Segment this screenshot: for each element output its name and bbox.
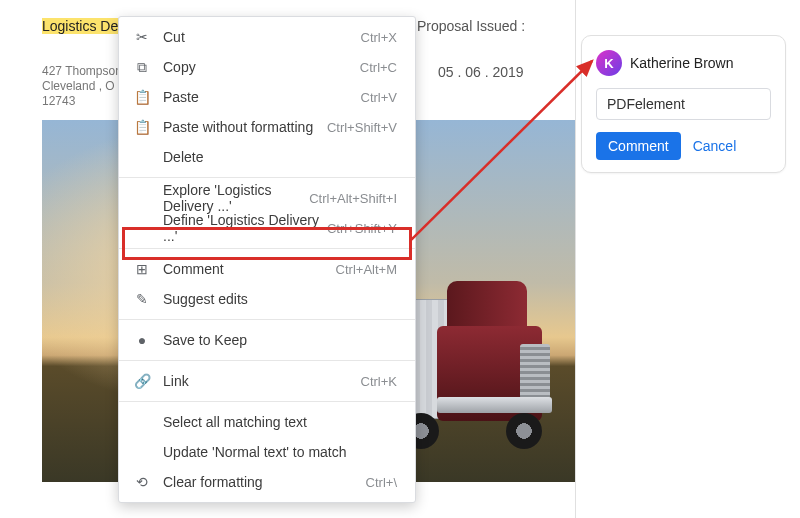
comment-submit-button[interactable]: Comment: [596, 132, 681, 160]
menu-item-label: Update 'Normal text' to match: [153, 444, 397, 460]
menu-item-define-logistics-delivery[interactable]: Define 'Logistics Delivery ...'Ctrl+Shif…: [119, 213, 415, 243]
link-icon: 🔗: [131, 373, 153, 389]
menu-item-shortcut: Ctrl+Alt+Shift+I: [309, 191, 397, 206]
menu-item-label: Cut: [153, 29, 361, 45]
menu-item-clear-formatting[interactable]: ⟲Clear formattingCtrl+\: [119, 467, 415, 497]
paste-icon: 📋: [131, 119, 153, 135]
context-menu[interactable]: ✂CutCtrl+X⧉CopyCtrl+C📋PasteCtrl+V📋Paste …: [118, 16, 416, 503]
issued-date: 05 . 06 . 2019: [438, 64, 524, 80]
menu-item-shortcut: Ctrl+C: [360, 60, 397, 75]
menu-item-label: Comment: [153, 261, 336, 277]
menu-separator: [119, 401, 415, 402]
menu-item-label: Select all matching text: [153, 414, 397, 430]
menu-item-label: Link: [153, 373, 361, 389]
menu-item-link[interactable]: 🔗LinkCtrl+K: [119, 366, 415, 396]
menu-separator: [119, 319, 415, 320]
menu-item-cut[interactable]: ✂CutCtrl+X: [119, 22, 415, 52]
menu-separator: [119, 248, 415, 249]
menu-item-shortcut: Ctrl+V: [361, 90, 397, 105]
avatar: K: [596, 50, 622, 76]
comment-cancel-button[interactable]: Cancel: [693, 138, 737, 154]
menu-item-label: Copy: [153, 59, 360, 75]
menu-item-label: Suggest edits: [153, 291, 397, 307]
menu-item-label: Paste: [153, 89, 361, 105]
menu-item-select-all-matching-text[interactable]: Select all matching text: [119, 407, 415, 437]
menu-separator: [119, 177, 415, 178]
comment-popover: K Katherine Brown Comment Cancel: [581, 35, 786, 173]
menu-item-label: Clear formatting: [153, 474, 366, 490]
menu-item-paste[interactable]: 📋PasteCtrl+V: [119, 82, 415, 112]
menu-item-label: Paste without formatting: [153, 119, 327, 135]
menu-item-shortcut: Ctrl+X: [361, 30, 397, 45]
menu-item-suggest-edits[interactable]: ✎Suggest edits: [119, 284, 415, 314]
menu-item-shortcut: Ctrl+Alt+M: [336, 262, 397, 277]
cut-icon: ✂: [131, 29, 153, 45]
menu-item-comment[interactable]: ⊞CommentCtrl+Alt+M: [119, 254, 415, 284]
menu-item-update-normal-text-to-match[interactable]: Update 'Normal text' to match: [119, 437, 415, 467]
menu-item-shortcut: Ctrl+Shift+Y: [327, 221, 397, 236]
save-icon: ●: [131, 332, 153, 348]
menu-item-shortcut: Ctrl+\: [366, 475, 397, 490]
comment-input[interactable]: [596, 88, 771, 120]
menu-item-explore-logistics-delivery[interactable]: Explore 'Logistics Delivery ...'Ctrl+Alt…: [119, 183, 415, 213]
comment-author: Katherine Brown: [630, 55, 734, 71]
menu-item-label: Delete: [153, 149, 397, 165]
menu-item-shortcut: Ctrl+K: [361, 374, 397, 389]
menu-item-label: Explore 'Logistics Delivery ...': [153, 182, 309, 214]
menu-item-paste-without-formatting[interactable]: 📋Paste without formattingCtrl+Shift+V: [119, 112, 415, 142]
suggest-icon: ✎: [131, 291, 153, 307]
copy-icon: ⧉: [131, 59, 153, 76]
menu-item-label: Define 'Logistics Delivery ...': [153, 212, 327, 244]
menu-separator: [119, 360, 415, 361]
issued-label: Proposal Issued :: [417, 18, 525, 34]
paste-icon: 📋: [131, 89, 153, 105]
menu-item-copy[interactable]: ⧉CopyCtrl+C: [119, 52, 415, 82]
comment-icon: ⊞: [131, 261, 153, 277]
menu-item-shortcut: Ctrl+Shift+V: [327, 120, 397, 135]
menu-item-save-to-keep[interactable]: ●Save to Keep: [119, 325, 415, 355]
menu-item-delete[interactable]: Delete: [119, 142, 415, 172]
clear-icon: ⟲: [131, 474, 153, 490]
menu-item-label: Save to Keep: [153, 332, 397, 348]
